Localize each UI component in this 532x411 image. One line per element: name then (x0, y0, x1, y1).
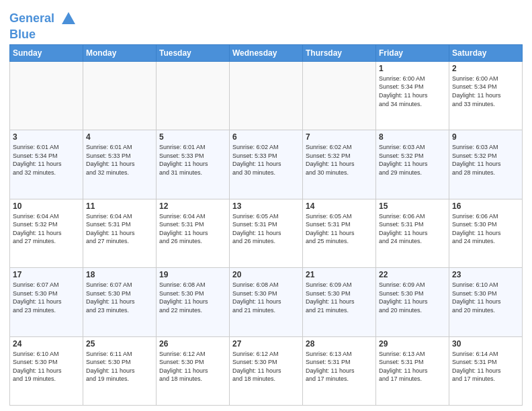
day-number: 5 (159, 132, 226, 142)
day-number: 26 (159, 339, 226, 349)
day-info: Sunrise: 6:04 AM Sunset: 5:31 PM Dayligh… (159, 212, 226, 246)
page: General Blue SundayMondayTuesdayWednesda… (0, 0, 532, 411)
day-number: 4 (86, 132, 153, 142)
calendar-cell: 1Sunrise: 6:00 AM Sunset: 5:34 PM Daylig… (376, 61, 449, 130)
day-number: 3 (13, 132, 80, 142)
day-number: 6 (232, 132, 300, 142)
calendar-cell: 22Sunrise: 6:09 AM Sunset: 5:30 PM Dayli… (376, 268, 449, 336)
calendar-cell: 10Sunrise: 6:04 AM Sunset: 5:32 PM Dayli… (10, 199, 83, 267)
day-info: Sunrise: 6:05 AM Sunset: 5:31 PM Dayligh… (232, 212, 300, 246)
svg-marker-0 (62, 12, 75, 24)
day-number: 24 (13, 339, 80, 349)
day-number: 7 (306, 132, 373, 142)
calendar-cell: 4Sunrise: 6:01 AM Sunset: 5:33 PM Daylig… (83, 130, 157, 199)
day-info: Sunrise: 6:02 AM Sunset: 5:33 PM Dayligh… (232, 143, 300, 177)
calendar-cell: 7Sunrise: 6:02 AM Sunset: 5:32 PM Daylig… (303, 130, 376, 199)
day-info: Sunrise: 6:03 AM Sunset: 5:32 PM Dayligh… (452, 143, 519, 177)
calendar-cell: 25Sunrise: 6:11 AM Sunset: 5:30 PM Dayli… (83, 336, 157, 405)
calendar-cell: 16Sunrise: 6:06 AM Sunset: 5:30 PM Dayli… (449, 199, 523, 267)
day-info: Sunrise: 6:00 AM Sunset: 5:34 PM Dayligh… (452, 75, 519, 108)
calendar-cell: 24Sunrise: 6:10 AM Sunset: 5:30 PM Dayli… (10, 336, 83, 405)
calendar-cell: 9Sunrise: 6:03 AM Sunset: 5:32 PM Daylig… (449, 130, 523, 199)
calendar-header-thursday: Thursday (303, 44, 376, 61)
day-number: 1 (379, 64, 446, 73)
day-number: 9 (452, 132, 519, 142)
day-info: Sunrise: 6:13 AM Sunset: 5:31 PM Dayligh… (306, 350, 373, 383)
calendar-cell: 13Sunrise: 6:05 AM Sunset: 5:31 PM Dayli… (230, 199, 303, 267)
calendar-cell: 29Sunrise: 6:13 AM Sunset: 5:31 PM Dayli… (376, 336, 449, 405)
day-number: 16 (452, 201, 519, 211)
day-info: Sunrise: 6:02 AM Sunset: 5:32 PM Dayligh… (306, 143, 373, 177)
calendar-week-row: 3Sunrise: 6:01 AM Sunset: 5:34 PM Daylig… (10, 130, 523, 199)
day-info: Sunrise: 6:08 AM Sunset: 5:30 PM Dayligh… (159, 281, 226, 314)
day-info: Sunrise: 6:06 AM Sunset: 5:30 PM Dayligh… (452, 212, 519, 246)
day-number: 2 (452, 64, 519, 73)
calendar-cell (83, 61, 157, 130)
day-info: Sunrise: 6:11 AM Sunset: 5:30 PM Dayligh… (86, 350, 153, 383)
calendar-week-row: 24Sunrise: 6:10 AM Sunset: 5:30 PM Dayli… (10, 336, 523, 405)
calendar-cell: 18Sunrise: 6:07 AM Sunset: 5:30 PM Dayli… (83, 268, 157, 336)
day-number: 14 (306, 201, 373, 211)
day-info: Sunrise: 6:01 AM Sunset: 5:34 PM Dayligh… (13, 143, 80, 177)
calendar-header-friday: Friday (376, 44, 449, 61)
calendar-cell (230, 61, 303, 130)
calendar-header-sunday: Sunday (10, 44, 83, 61)
day-number: 23 (452, 270, 519, 279)
day-number: 10 (13, 201, 80, 211)
day-info: Sunrise: 6:03 AM Sunset: 5:32 PM Dayligh… (379, 143, 446, 177)
calendar-table: SundayMondayTuesdayWednesdayThursdayFrid… (9, 44, 523, 406)
day-number: 21 (306, 270, 373, 279)
calendar-week-row: 17Sunrise: 6:07 AM Sunset: 5:30 PM Dayli… (10, 268, 523, 336)
day-number: 22 (379, 270, 446, 279)
logo: General Blue (9, 9, 78, 42)
calendar-cell: 2Sunrise: 6:00 AM Sunset: 5:34 PM Daylig… (449, 61, 523, 130)
day-info: Sunrise: 6:06 AM Sunset: 5:31 PM Dayligh… (379, 212, 446, 246)
day-info: Sunrise: 6:14 AM Sunset: 5:31 PM Dayligh… (452, 350, 519, 383)
day-number: 19 (159, 270, 226, 279)
calendar-cell: 19Sunrise: 6:08 AM Sunset: 5:30 PM Dayli… (157, 268, 230, 336)
logo-general: General (9, 11, 54, 25)
logo-text-block: General Blue (9, 9, 78, 42)
day-info: Sunrise: 6:01 AM Sunset: 5:33 PM Dayligh… (86, 143, 153, 177)
calendar-cell: 6Sunrise: 6:02 AM Sunset: 5:33 PM Daylig… (230, 130, 303, 199)
calendar-header-row: SundayMondayTuesdayWednesdayThursdayFrid… (10, 44, 523, 61)
day-number: 15 (379, 201, 446, 211)
day-number: 12 (159, 201, 226, 211)
day-number: 11 (86, 201, 153, 211)
calendar-cell (303, 61, 376, 130)
logo-name: General (9, 9, 78, 28)
calendar-week-row: 1Sunrise: 6:00 AM Sunset: 5:34 PM Daylig… (10, 61, 523, 130)
day-number: 13 (232, 201, 300, 211)
day-info: Sunrise: 6:04 AM Sunset: 5:32 PM Dayligh… (13, 212, 80, 246)
calendar-header-monday: Monday (83, 44, 157, 61)
day-number: 30 (452, 339, 519, 349)
calendar-header-wednesday: Wednesday (230, 44, 303, 61)
day-info: Sunrise: 6:12 AM Sunset: 5:30 PM Dayligh… (159, 350, 226, 383)
calendar-cell (157, 61, 230, 130)
calendar-cell: 14Sunrise: 6:05 AM Sunset: 5:31 PM Dayli… (303, 199, 376, 267)
day-info: Sunrise: 6:12 AM Sunset: 5:30 PM Dayligh… (232, 350, 300, 383)
top-area: General Blue (9, 7, 523, 42)
day-number: 28 (306, 339, 373, 349)
day-info: Sunrise: 6:00 AM Sunset: 5:34 PM Dayligh… (379, 75, 446, 108)
logo-blue: Blue (9, 28, 78, 42)
day-number: 20 (232, 270, 300, 279)
calendar-cell: 15Sunrise: 6:06 AM Sunset: 5:31 PM Dayli… (376, 199, 449, 267)
calendar-cell: 3Sunrise: 6:01 AM Sunset: 5:34 PM Daylig… (10, 130, 83, 199)
day-info: Sunrise: 6:13 AM Sunset: 5:31 PM Dayligh… (379, 350, 446, 383)
day-number: 25 (86, 339, 153, 349)
day-info: Sunrise: 6:09 AM Sunset: 5:30 PM Dayligh… (379, 281, 446, 314)
calendar-cell: 17Sunrise: 6:07 AM Sunset: 5:30 PM Dayli… (10, 268, 83, 336)
day-number: 29 (379, 339, 446, 349)
day-info: Sunrise: 6:10 AM Sunset: 5:30 PM Dayligh… (452, 281, 519, 314)
day-info: Sunrise: 6:04 AM Sunset: 5:31 PM Dayligh… (86, 212, 153, 246)
calendar-cell: 21Sunrise: 6:09 AM Sunset: 5:30 PM Dayli… (303, 268, 376, 336)
calendar-cell: 8Sunrise: 6:03 AM Sunset: 5:32 PM Daylig… (376, 130, 449, 199)
calendar-cell: 27Sunrise: 6:12 AM Sunset: 5:30 PM Dayli… (230, 336, 303, 405)
day-info: Sunrise: 6:05 AM Sunset: 5:31 PM Dayligh… (306, 212, 373, 246)
day-number: 18 (86, 270, 153, 279)
calendar-cell: 20Sunrise: 6:08 AM Sunset: 5:30 PM Dayli… (230, 268, 303, 336)
calendar-header-saturday: Saturday (449, 44, 523, 61)
day-number: 8 (379, 132, 446, 142)
day-number: 27 (232, 339, 300, 349)
